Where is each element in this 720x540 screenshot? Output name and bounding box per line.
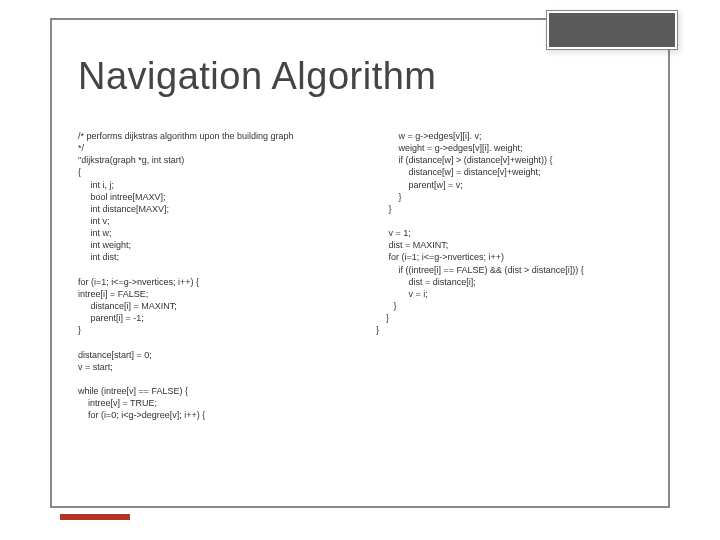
code-column-left: /* performs dijkstras algorithm upon the… bbox=[78, 130, 358, 421]
corner-decoration bbox=[546, 10, 678, 50]
code-column-right: w = g->edges[v][i]. v; weight = g->edges… bbox=[376, 130, 636, 421]
slide: Navigation Algorithm /* performs dijkstr… bbox=[0, 0, 720, 540]
code-area: /* performs dijkstras algorithm upon the… bbox=[78, 130, 650, 421]
accent-bar bbox=[60, 514, 130, 520]
slide-title: Navigation Algorithm bbox=[78, 55, 437, 98]
